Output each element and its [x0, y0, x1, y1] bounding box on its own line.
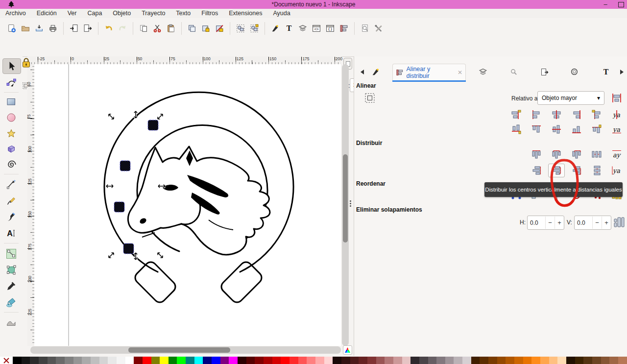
text-dialog-button[interactable]: T: [282, 22, 296, 35]
selection-scale-handle[interactable]: [157, 252, 164, 259]
canvas[interactable]: [34, 64, 341, 346]
move-as-group-toggle[interactable]: [609, 91, 624, 105]
color-swatch[interactable]: [462, 357, 471, 364]
color-swatch[interactable]: [445, 357, 454, 364]
color-swatch[interactable]: [393, 357, 402, 364]
color-swatch[interactable]: [480, 357, 488, 364]
color-swatch[interactable]: [523, 357, 532, 364]
align-bottom-edges-button[interactable]: [568, 122, 585, 136]
color-swatch[interactable]: [246, 357, 255, 364]
ungroup-button[interactable]: [247, 22, 261, 35]
center-on-vertical-axis-button[interactable]: [548, 108, 565, 121]
color-swatch[interactable]: [506, 357, 514, 364]
overlap-v-field[interactable]: 0.0−+: [574, 216, 611, 230]
color-swatch[interactable]: [134, 357, 143, 364]
color-swatch[interactable]: [609, 357, 618, 364]
calligraphy-tool[interactable]: [2, 210, 20, 224]
ellipse-tool[interactable]: [2, 110, 20, 125]
distribute-text-vertical-button[interactable]: ya: [608, 164, 625, 177]
color-swatch[interactable]: [160, 357, 169, 364]
color-swatch[interactable]: [125, 357, 134, 364]
group-button[interactable]: [234, 22, 247, 35]
color-swatch[interactable]: [307, 357, 315, 364]
color-swatch[interactable]: [333, 357, 341, 364]
color-swatch[interactable]: [30, 357, 39, 364]
fill-stroke-dialog-button[interactable]: [268, 22, 282, 35]
mesh-gradient-tool[interactable]: [2, 263, 20, 277]
distribute-right-edges-button[interactable]: [568, 148, 585, 162]
color-swatch[interactable]: [99, 357, 108, 364]
color-swatch[interactable]: [583, 357, 592, 364]
align-top-edges-button[interactable]: [528, 122, 545, 136]
menu-filtros[interactable]: Filtros: [196, 9, 223, 18]
print-button[interactable]: [46, 22, 60, 35]
horizontal-ruler[interactable]: -250255075100125150175200: [27, 56, 341, 65]
close-tab-icon[interactable]: ✕: [458, 69, 462, 76]
color-swatch[interactable]: [117, 357, 125, 364]
pen-tool[interactable]: [2, 177, 20, 192]
color-swatch[interactable]: [177, 357, 186, 364]
guides-lock-icon[interactable]: [22, 57, 31, 70]
align-text-horizontal-button[interactable]: ya: [608, 108, 625, 121]
selection-scale-handle[interactable]: [108, 252, 115, 259]
layers-dialog-button[interactable]: [296, 22, 310, 35]
equal-horizontal-gaps-button[interactable]: [588, 148, 605, 162]
color-swatch[interactable]: [341, 357, 350, 364]
no-color-swatch[interactable]: [0, 357, 13, 364]
connector-tool[interactable]: [2, 246, 20, 261]
minimize-button[interactable]: –: [601, 0, 610, 8]
duplicate-button[interactable]: [185, 22, 199, 35]
color-swatch[interactable]: [82, 357, 91, 364]
maximize-button[interactable]: [618, 2, 624, 7]
menu-objeto[interactable]: Objeto: [107, 9, 136, 18]
color-swatch[interactable]: [13, 357, 22, 364]
spiral-tool[interactable]: [2, 157, 20, 172]
color-swatch[interactable]: [289, 357, 298, 364]
color-swatch[interactable]: [298, 357, 307, 364]
vertical-scrollbar-thumb[interactable]: [343, 154, 348, 243]
paste-button[interactable]: [164, 22, 178, 35]
selection-scale-handle[interactable]: [106, 185, 113, 188]
color-swatch[interactable]: [315, 357, 324, 364]
color-swatch[interactable]: [575, 357, 584, 364]
color-swatch[interactable]: [385, 357, 393, 364]
color-swatch[interactable]: [540, 357, 549, 364]
pencil-tool[interactable]: [2, 194, 20, 208]
node-tool[interactable]: [2, 75, 20, 90]
horizontal-scrollbar[interactable]: [30, 346, 341, 354]
paint-bucket-tool[interactable]: [2, 295, 20, 310]
remove-overlaps-button[interactable]: [612, 214, 626, 230]
color-swatch[interactable]: [108, 357, 117, 364]
copy-button[interactable]: [137, 22, 150, 35]
cut-button[interactable]: [150, 22, 164, 35]
menu-trayecto[interactable]: Trayecto: [136, 9, 170, 18]
equal-vertical-gaps-button[interactable]: [588, 164, 605, 177]
open-document-button[interactable]: [19, 22, 32, 35]
distribute-top-edges-button[interactable]: [528, 164, 545, 177]
color-swatch[interactable]: [471, 357, 480, 364]
horizontal-scrollbar-thumb[interactable]: [128, 347, 230, 353]
align-text-vertical-button[interactable]: ya: [608, 122, 625, 136]
distribute-text-horizontal-button[interactable]: ay: [608, 148, 625, 162]
color-swatch[interactable]: [410, 357, 419, 364]
distribute-left-edges-button[interactable]: [528, 148, 545, 162]
color-swatch[interactable]: [376, 357, 385, 364]
treat-selection-as-group-toggle[interactable]: [362, 91, 378, 105]
rectangle-tool[interactable]: [2, 95, 20, 109]
color-swatch[interactable]: [91, 357, 99, 364]
overlap-h-field[interactable]: 0.0−+: [527, 216, 564, 230]
color-swatch[interactable]: [436, 357, 445, 364]
xml-editor-button[interactable]: <>: [310, 22, 323, 35]
color-swatch[interactable]: [151, 357, 160, 364]
align-right-edges-to-left-of-anchor-button[interactable]: [508, 108, 525, 121]
selected-object-square[interactable]: [114, 202, 124, 212]
overlap-h-decrement-button[interactable]: −: [545, 217, 555, 229]
selected-object-square[interactable]: [120, 161, 130, 171]
vertical-scrollbar[interactable]: [342, 64, 349, 346]
tab-text-font[interactable]: T: [599, 65, 613, 79]
export-button[interactable]: [81, 22, 95, 35]
color-swatch[interactable]: [281, 357, 289, 364]
color-swatch[interactable]: [194, 357, 203, 364]
color-swatch[interactable]: [428, 357, 437, 364]
color-swatch[interactable]: [367, 357, 376, 364]
